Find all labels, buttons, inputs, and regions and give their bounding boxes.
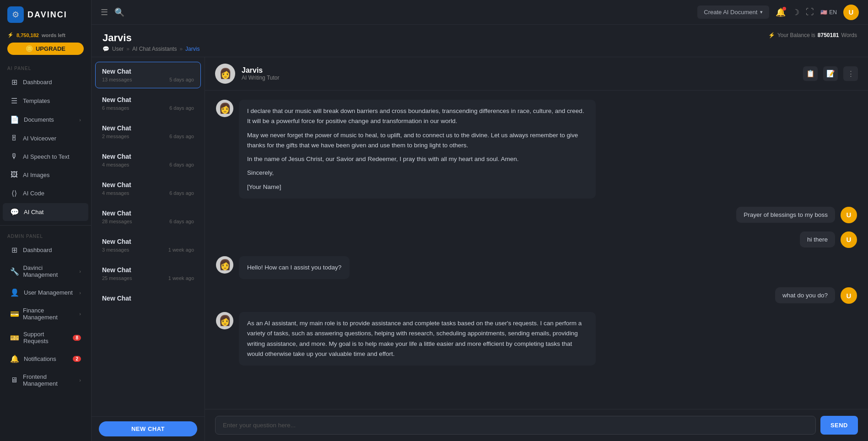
chevron-right-icon: › (79, 117, 81, 123)
chat-item-meta: 6 messages 6 days ago (102, 105, 194, 111)
page-header: Jarvis 💬 User » AI Chat Assistants » Jar… (92, 25, 868, 57)
app-logo-text: DAVINCI (27, 10, 67, 20)
send-button[interactable]: SEND (820, 416, 858, 435)
sidebar-item-frontend-mgmt[interactable]: 🖥 Frontend Management › (3, 369, 88, 392)
sidebar-item-ai-chat[interactable]: 💬 AI Chat (3, 203, 88, 221)
sidebar-item-davinci-mgmt[interactable]: 🔧 Davinci Management › (3, 260, 88, 283)
avatar-face-icon: 👩 (219, 316, 231, 326)
breadcrumb-sep2: » (179, 46, 183, 52)
message-count: 3 messages (102, 247, 129, 253)
sidebar-item-ai-speech[interactable]: 🎙 AI Speech to Text (3, 148, 88, 165)
chat-item-meta: 3 messages 1 week ago (102, 247, 194, 253)
chat-header: 👩 Jarvis AI Writing Tutor 📋 📝 ⋮ (205, 57, 868, 91)
chat-list-item[interactable]: New Chat 2 messages 6 days ago (95, 118, 201, 145)
chat-list-item[interactable]: New Chat 6 messages 6 days ago (95, 90, 201, 117)
edit-icon[interactable]: 📝 (823, 66, 838, 81)
breadcrumb: 💬 User » AI Chat Assistants » Jarvis (102, 46, 199, 52)
more-options-icon[interactable]: ⋮ (843, 66, 858, 81)
chat-list-item[interactable]: New Chat 28 messages 6 days ago (95, 204, 201, 230)
sidebar-item-dashboard[interactable]: ⊞ Dashboard (3, 73, 88, 91)
user-initials: U (849, 8, 854, 16)
chat-input[interactable] (215, 416, 816, 435)
user-message-text: Prayer of blessings to my boss (744, 211, 828, 218)
user-message-bubble: what do you do? (775, 287, 835, 303)
sidebar-item-label: Davinci Management (23, 264, 75, 278)
menu-icon[interactable]: ☰ (101, 7, 108, 17)
new-chat-button[interactable]: NEW CHAT (99, 421, 197, 436)
sidebar-item-admin-dashboard[interactable]: ⊞ Dashboard (3, 241, 88, 259)
breadcrumb-ai-chat-assistants[interactable]: AI Chat Assistants (132, 46, 177, 52)
davinci-mgmt-icon: 🔧 (10, 267, 18, 276)
time-ago: 6 days ago (169, 190, 194, 196)
chat-list-panel: New Chat 13 messages 5 days ago New Chat… (92, 57, 205, 441)
breadcrumb-user[interactable]: User (112, 46, 124, 52)
templates-icon: ☰ (10, 97, 18, 105)
sidebar-item-finance-mgmt[interactable]: 💳 Finance Management › (3, 302, 88, 325)
sidebar-item-ai-images[interactable]: 🖼 AI Images (3, 166, 88, 183)
message-avatar: 👩 (216, 100, 233, 117)
chat-list-item[interactable]: New Chat 4 messages 6 days ago (95, 175, 201, 202)
chat-panel: 👩 Jarvis AI Writing Tutor 📋 📝 ⋮ (205, 57, 868, 441)
sidebar-item-documents[interactable]: 📄 Documents › (3, 111, 88, 129)
ai-panel-section-label: AI PANEL (0, 61, 91, 73)
message-count: 25 messages (102, 275, 132, 281)
admin-panel-section-label: ADMIN PANEL (0, 229, 91, 241)
chat-item-title: New Chat (102, 68, 194, 75)
chat-header-info: Jarvis AI Writing Tutor (242, 66, 797, 81)
create-doc-label: Create AI Document (704, 9, 757, 16)
sidebar-item-label: Support Requests (23, 331, 69, 344)
message-text: Sincerely, (247, 168, 588, 178)
chat-list-item[interactable]: New Chat (95, 289, 201, 310)
sidebar-item-notifications[interactable]: 🔔 Notifications 2 (3, 350, 88, 368)
search-icon[interactable]: 🔍 (114, 7, 124, 17)
fullscreen-icon[interactable]: ⛶ (806, 7, 814, 17)
sidebar-item-user-mgmt[interactable]: 👤 User Management › (3, 284, 88, 301)
words-count: 8,750,182 (16, 32, 39, 38)
sidebar-item-templates[interactable]: ☰ Templates (3, 92, 88, 110)
images-icon: 🖼 (10, 171, 18, 179)
voiceover-icon: 🎚 (10, 134, 18, 142)
user-message-bubble: Prayer of blessings to my boss (736, 207, 835, 223)
theme-toggle-icon[interactable]: ☽ (792, 7, 799, 17)
user-message-text: hi there (807, 236, 828, 243)
documents-icon: 📄 (10, 115, 19, 124)
chat-list-item[interactable]: New Chat 4 messages 6 days ago (95, 147, 201, 173)
message-text: As an AI assistant, my main role is to p… (247, 320, 582, 357)
chat-list-item[interactable]: New Chat 25 messages 1 week ago (95, 260, 201, 287)
chevron-right-icon: › (79, 290, 81, 296)
chat-list-item[interactable]: New Chat 3 messages 1 week ago (95, 232, 201, 258)
sidebar-item-label: AI Images (23, 172, 50, 178)
chat-item-meta: 4 messages 6 days ago (102, 162, 194, 167)
time-ago: 1 week ago (168, 247, 194, 253)
chat-list-item[interactable]: New Chat 13 messages 5 days ago (95, 62, 201, 88)
message-text: I declare that our music will break down… (247, 106, 588, 127)
user-avatar-small: U (841, 207, 857, 223)
assistant-name: Jarvis (242, 66, 797, 75)
message-count: 2 messages (102, 134, 129, 139)
upgrade-button[interactable]: 🪙 UPGRADE (7, 43, 84, 55)
sidebar-item-label: Templates (23, 97, 50, 104)
support-icon: 🎫 (10, 333, 19, 342)
chevron-right-icon: › (79, 377, 81, 383)
flag-icon: 🇺🇸 (820, 9, 827, 16)
user-avatar[interactable]: U (843, 5, 859, 20)
sidebar: ⚙ DAVINCI ⚡ 8,750,182 words left 🪙 UPGRA… (0, 0, 92, 441)
sidebar-item-label: Documents (24, 116, 54, 123)
support-badge: 8 (73, 335, 81, 341)
chat-item-meta: 4 messages 6 days ago (102, 190, 194, 196)
create-ai-document-button[interactable]: Create AI Document ▾ (697, 5, 769, 19)
topbar: ☰ 🔍 Create AI Document ▾ 🔔 ☽ ⛶ 🇺🇸 EN U (92, 0, 868, 25)
language-selector[interactable]: 🇺🇸 EN (820, 9, 837, 16)
chat-item-title: New Chat (102, 210, 194, 217)
time-ago: 1 week ago (168, 275, 194, 281)
sidebar-item-ai-code[interactable]: ⟨⟩ AI Code (3, 184, 88, 202)
chat-item-title: New Chat (102, 153, 194, 160)
notifications-bell-icon[interactable]: 🔔 (776, 7, 786, 17)
sidebar-item-support[interactable]: 🎫 Support Requests 8 (3, 326, 88, 349)
balance-info: ⚡ Your Balance is 8750181 Words (768, 32, 857, 38)
chat-item-meta: 25 messages 1 week ago (102, 275, 194, 281)
sidebar-item-ai-voiceover[interactable]: 🎚 AI Voiceover (3, 129, 88, 147)
upgrade-coin-icon: 🪙 (26, 45, 33, 52)
copy-icon[interactable]: 📋 (803, 66, 818, 81)
app-logo-icon: ⚙ (7, 6, 24, 23)
